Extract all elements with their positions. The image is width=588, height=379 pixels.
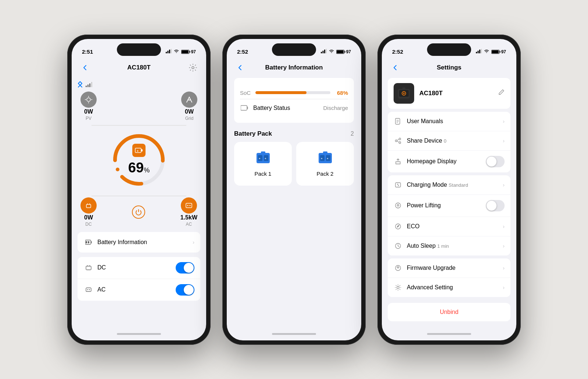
- settings-group-3: Firmware Upgrade › Advanced Setting: [388, 258, 510, 297]
- share-device-row[interactable]: Share Device 0 ›: [388, 131, 510, 151]
- share-device-content: Share Device 0: [407, 137, 503, 144]
- unbind-button[interactable]: Unbind: [388, 303, 510, 321]
- svg-rect-6: [182, 50, 189, 53]
- firmware-upgrade-row[interactable]: Firmware Upgrade ›: [388, 258, 510, 278]
- dc-row-icon: [83, 262, 94, 273]
- ac-item: 1.5kW AC: [180, 197, 197, 227]
- battery-info-row[interactable]: Battery Information ›: [78, 232, 200, 253]
- grid-icon: [181, 92, 197, 108]
- svg-line-79: [397, 139, 399, 140]
- battery-pct-3: 97: [501, 49, 506, 54]
- power-lifting-row[interactable]: Power Lifting: [388, 195, 510, 217]
- svg-rect-10: [89, 83, 90, 87]
- battery-icon-2: 97: [336, 49, 351, 54]
- svg-rect-8: [86, 86, 87, 87]
- auto-sleep-row[interactable]: Auto Sleep 1 min ›: [388, 236, 510, 255]
- device-image: [394, 83, 414, 104]
- phone3-main: AC180T User Manuals ›: [382, 78, 516, 328]
- homepage-display-row[interactable]: Homepage Display: [388, 151, 510, 172]
- svg-rect-35: [86, 266, 91, 270]
- svg-point-78: [395, 140, 397, 142]
- eco-right: ›: [503, 224, 505, 229]
- svg-rect-33: [86, 241, 87, 243]
- svg-text:+: +: [327, 157, 329, 160]
- power-lifting-content: Power Lifting: [407, 202, 486, 209]
- nav-bar-3: Settings: [382, 59, 516, 78]
- charging-mode-title: Charging Mode: [407, 182, 447, 188]
- signal-strength-icon: [86, 82, 92, 89]
- battery-percent-display: + 69 %: [128, 144, 150, 176]
- advanced-setting-right: ›: [503, 285, 505, 290]
- pack-grid: + + Pack 1 + +: [234, 142, 354, 186]
- share-device-right: ›: [503, 138, 505, 144]
- advanced-setting-row[interactable]: Advanced Setting ›: [388, 278, 510, 297]
- user-manuals-right: ›: [503, 118, 505, 124]
- grid-label: Grid: [185, 116, 194, 121]
- eco-title: ECO: [407, 223, 420, 229]
- svg-point-71: [403, 93, 405, 94]
- eco-content: ECO: [407, 223, 503, 230]
- battery-status-row: Battery Status Discharge: [240, 99, 348, 117]
- charging-mode-right: ›: [503, 182, 505, 188]
- battery-icon-3: 97: [491, 49, 506, 54]
- svg-point-38: [89, 289, 90, 290]
- advanced-setting-content: Advanced Setting: [407, 284, 503, 291]
- home-indicator-3: [382, 328, 516, 340]
- pack-1-card[interactable]: + + Pack 1: [234, 142, 292, 186]
- svg-rect-46: [241, 106, 247, 110]
- eco-row[interactable]: ECO ›: [388, 217, 510, 236]
- charging-mode-subtitle: Standard: [449, 182, 468, 188]
- svg-rect-69: [402, 87, 405, 89]
- power-lifting-right: [486, 200, 505, 211]
- battery-pack-title: Battery Pack: [234, 130, 272, 137]
- svg-rect-49: [261, 151, 265, 154]
- svg-rect-61: [477, 51, 478, 53]
- nav-title-3: Settings: [401, 64, 497, 71]
- pack-2-label: Pack 2: [317, 171, 334, 177]
- homepage-toggle[interactable]: [486, 156, 505, 167]
- edit-device-btn[interactable]: [498, 89, 505, 97]
- back-btn-3[interactable]: [389, 62, 401, 74]
- power-lifting-toggle[interactable]: [486, 200, 505, 211]
- back-btn-1[interactable]: [79, 62, 91, 74]
- battery-info-section: Battery Information ›: [78, 232, 200, 253]
- phone-2-screen: 2:52 97 Battery Information: [227, 39, 361, 340]
- nav-bar-1: AC180T: [72, 59, 206, 78]
- charging-mode-row[interactable]: Charging Mode Standard ›: [388, 175, 510, 195]
- svg-text:+: +: [321, 157, 323, 160]
- user-manuals-row[interactable]: User Manuals ›: [388, 112, 510, 131]
- power-lifting-icon: [394, 201, 402, 210]
- dc-row[interactable]: DC: [78, 257, 200, 279]
- ac-toggle[interactable]: [176, 284, 194, 296]
- dynamic-island-2: [272, 43, 316, 56]
- battery-center: + 69 %: [80, 127, 197, 193]
- battery-pct-1: 97: [191, 49, 196, 54]
- homepage-display-right: [486, 156, 505, 167]
- bluetooth-icon: [78, 81, 83, 90]
- user-manuals-content: User Manuals: [407, 118, 503, 125]
- dc-toggle[interactable]: [176, 262, 194, 273]
- home-indicator-1: [72, 328, 206, 340]
- battery-info-chevron: ›: [193, 239, 194, 245]
- pack-1-icon: + +: [256, 151, 270, 167]
- share-device-subtitle: 0: [444, 138, 447, 144]
- time-2: 2:52: [237, 49, 248, 55]
- auto-sleep-content: Auto Sleep 1 min: [407, 243, 503, 249]
- status-icons-2: 97: [321, 49, 351, 54]
- power-button[interactable]: [132, 205, 145, 219]
- phone1-main: 0W PV 0W Grid: [72, 78, 206, 328]
- user-manuals-title: User Manuals: [407, 118, 443, 124]
- battery-status-card: SoC 68% Battery Status Discharge: [234, 78, 354, 123]
- settings-btn-1[interactable]: [187, 62, 199, 74]
- firmware-upgrade-icon: [394, 264, 402, 272]
- signal-icon-1: [166, 49, 172, 54]
- ac-icon: [181, 197, 197, 214]
- back-btn-2[interactable]: [234, 62, 246, 74]
- ac-row[interactable]: AC: [78, 279, 200, 301]
- nav-bar-2: Battery Information: [227, 59, 361, 78]
- firmware-upgrade-right: ›: [503, 265, 505, 271]
- pack-2-card[interactable]: + + Pack 2: [296, 142, 354, 186]
- svg-line-87: [398, 246, 399, 247]
- wifi-icon-1: [173, 49, 179, 54]
- svg-rect-65: [499, 51, 500, 53]
